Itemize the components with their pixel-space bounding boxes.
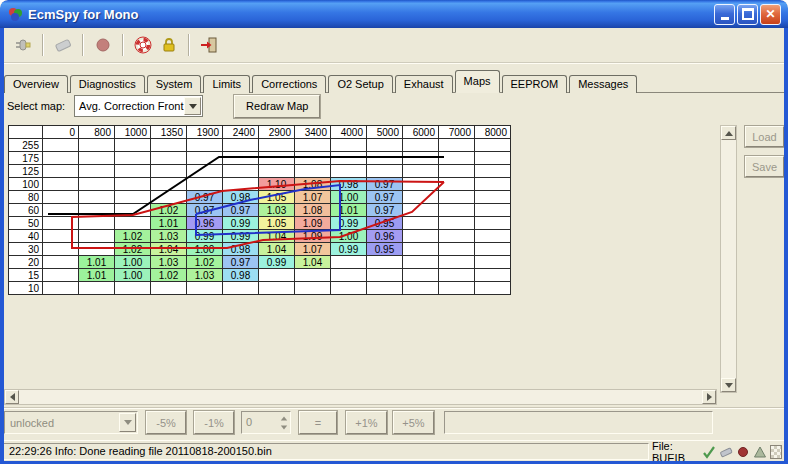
grid-cell[interactable] bbox=[367, 282, 403, 295]
life-ring-button[interactable] bbox=[130, 32, 156, 58]
lock-state-combo[interactable]: unlocked bbox=[4, 411, 138, 434]
grid-cell[interactable]: 1.03 bbox=[151, 256, 187, 269]
grid-cell[interactable] bbox=[187, 139, 223, 152]
grid-cell[interactable] bbox=[79, 204, 115, 217]
grid-cell[interactable] bbox=[187, 152, 223, 165]
spinner-arrows[interactable] bbox=[277, 412, 290, 433]
scroll-down-button[interactable] bbox=[721, 378, 736, 392]
grid-cell[interactable] bbox=[367, 165, 403, 178]
grid-cell[interactable] bbox=[259, 269, 295, 282]
minus-1-percent-button[interactable]: -1% bbox=[194, 411, 234, 434]
exit-door-button[interactable] bbox=[196, 32, 222, 58]
grid-cell[interactable]: 0.95 bbox=[367, 243, 403, 256]
grid-cell[interactable] bbox=[43, 256, 79, 269]
grid-cell[interactable]: 1.03 bbox=[151, 230, 187, 243]
grid-cell[interactable]: 0.97 bbox=[187, 191, 223, 204]
grid-cell[interactable] bbox=[187, 282, 223, 295]
grid-cell[interactable] bbox=[151, 139, 187, 152]
vertical-scrollbar[interactable] bbox=[720, 125, 737, 393]
grid-cell[interactable]: 0.98 bbox=[223, 191, 259, 204]
grid-cell[interactable] bbox=[223, 152, 259, 165]
grid-cell[interactable] bbox=[403, 191, 439, 204]
grid-cell[interactable]: 0.97 bbox=[223, 204, 259, 217]
maximize-button[interactable] bbox=[737, 4, 758, 25]
grid-cell[interactable] bbox=[439, 217, 475, 230]
grid-cell[interactable]: 1.09 bbox=[295, 230, 331, 243]
grid-cell[interactable] bbox=[115, 152, 151, 165]
grid-cell[interactable]: 0.98 bbox=[223, 243, 259, 256]
grid-cell[interactable]: 0.97 bbox=[187, 204, 223, 217]
grid-cell[interactable] bbox=[43, 204, 79, 217]
grid-cell[interactable] bbox=[115, 217, 151, 230]
grid-cell[interactable] bbox=[475, 282, 511, 295]
grid-cell[interactable] bbox=[403, 152, 439, 165]
horizontal-scrollbar[interactable] bbox=[4, 389, 717, 405]
grid-cell[interactable]: 1.02 bbox=[115, 243, 151, 256]
grid-cell[interactable] bbox=[475, 269, 511, 282]
grid-cell[interactable] bbox=[43, 230, 79, 243]
equals-button[interactable]: = bbox=[299, 411, 337, 434]
grid-cell[interactable] bbox=[439, 204, 475, 217]
grid-cell[interactable] bbox=[295, 282, 331, 295]
grid-cell[interactable] bbox=[43, 178, 79, 191]
grid-cell[interactable]: 0.95 bbox=[367, 217, 403, 230]
grid-cell[interactable]: 1.04 bbox=[151, 243, 187, 256]
scroll-left-button[interactable] bbox=[5, 390, 19, 404]
grid-cell[interactable] bbox=[475, 152, 511, 165]
tab-exhaust[interactable]: Exhaust bbox=[395, 75, 453, 93]
grid-cell[interactable] bbox=[295, 139, 331, 152]
grid-cell[interactable] bbox=[223, 282, 259, 295]
grid-cell[interactable]: 1.08 bbox=[295, 204, 331, 217]
grid-cell[interactable] bbox=[79, 230, 115, 243]
grid-cell[interactable] bbox=[439, 269, 475, 282]
grid-cell[interactable] bbox=[475, 165, 511, 178]
grid-cell[interactable] bbox=[223, 139, 259, 152]
grid-cell[interactable] bbox=[115, 139, 151, 152]
grid-cell[interactable] bbox=[331, 269, 367, 282]
connect-plug-button[interactable] bbox=[10, 32, 36, 58]
grid-cell[interactable] bbox=[43, 243, 79, 256]
map-combo[interactable]: Avg. Correction Front bbox=[74, 95, 203, 117]
grid-cell[interactable] bbox=[439, 165, 475, 178]
grid-cell[interactable]: 0.96 bbox=[367, 230, 403, 243]
grid-cell[interactable] bbox=[331, 282, 367, 295]
grid-cell[interactable]: 0.99 bbox=[331, 243, 367, 256]
grid-cell[interactable]: 1.03 bbox=[259, 204, 295, 217]
grid-cell[interactable] bbox=[475, 204, 511, 217]
grid-cell[interactable] bbox=[79, 152, 115, 165]
grid-cell[interactable] bbox=[115, 282, 151, 295]
grid-cell[interactable]: 1.04 bbox=[259, 243, 295, 256]
grid-cell[interactable] bbox=[439, 139, 475, 152]
grid-cell[interactable]: 1.08 bbox=[295, 178, 331, 191]
grid-cell[interactable] bbox=[115, 178, 151, 191]
grid-cell[interactable]: 1.03 bbox=[187, 269, 223, 282]
record-dot-button[interactable] bbox=[90, 32, 116, 58]
tab-eeprom[interactable]: EEPROM bbox=[502, 75, 568, 93]
grid-cell[interactable] bbox=[475, 256, 511, 269]
value-entry-field[interactable] bbox=[444, 411, 713, 434]
scroll-right-button[interactable] bbox=[702, 390, 716, 404]
grid-cell[interactable]: 0.97 bbox=[367, 204, 403, 217]
grid-cell[interactable]: 1.10 bbox=[259, 178, 295, 191]
grid-cell[interactable]: 0.96 bbox=[187, 217, 223, 230]
grid-cell[interactable]: 1.07 bbox=[295, 243, 331, 256]
grid-cell[interactable]: 1.02 bbox=[151, 269, 187, 282]
grid-cell[interactable] bbox=[115, 165, 151, 178]
grid-cell[interactable]: 1.00 bbox=[115, 269, 151, 282]
grid-cell[interactable] bbox=[79, 243, 115, 256]
grid-cell[interactable]: 0.97 bbox=[223, 256, 259, 269]
grid-cell[interactable]: 1.01 bbox=[79, 256, 115, 269]
grid-cell[interactable] bbox=[295, 152, 331, 165]
grid-cell[interactable]: 1.05 bbox=[259, 217, 295, 230]
grid-cell[interactable] bbox=[403, 204, 439, 217]
grid-cell[interactable] bbox=[403, 230, 439, 243]
grid-cell[interactable]: 1.00 bbox=[115, 256, 151, 269]
grid-cell[interactable]: 0.99 bbox=[259, 256, 295, 269]
grid-cell[interactable] bbox=[43, 165, 79, 178]
grid-cell[interactable] bbox=[331, 139, 367, 152]
grid-cell[interactable] bbox=[115, 191, 151, 204]
grid-cell[interactable]: 0.98 bbox=[331, 178, 367, 191]
grid-cell[interactable]: 0.99 bbox=[223, 217, 259, 230]
grid-cell[interactable] bbox=[367, 256, 403, 269]
tab-limits[interactable]: Limits bbox=[203, 75, 250, 93]
